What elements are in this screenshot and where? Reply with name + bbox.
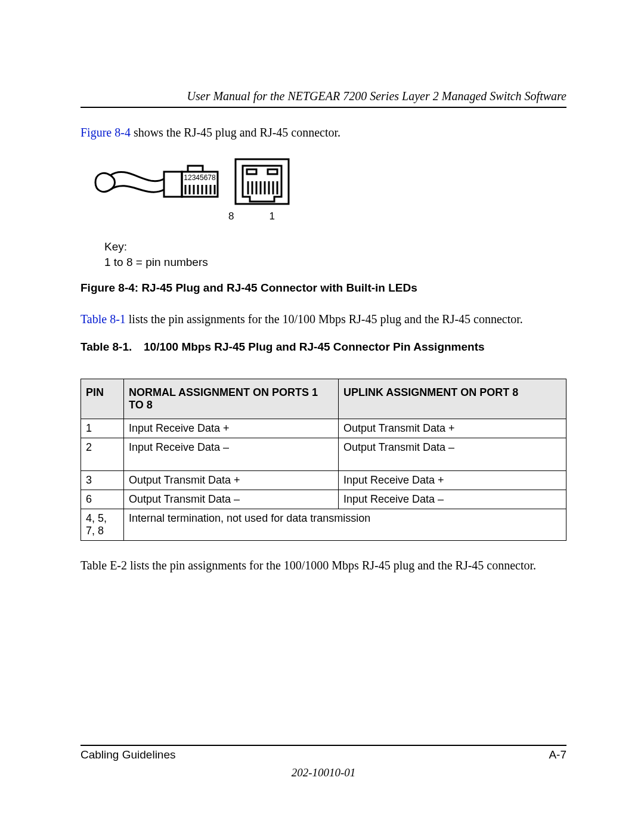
- svg-rect-10: [268, 169, 277, 174]
- figure-8-4: 12345678: [80, 157, 566, 295]
- table-row: 6 Output Transmit Data – Input Receive D…: [81, 490, 566, 509]
- after-table-paragraph: Table E-2 lists the pin assignments for …: [80, 558, 566, 574]
- pin-assignment-table: PIN NORMAL ASSIGNMENT ON PORTS 1 TO 8 UP…: [80, 379, 566, 541]
- table-row: 2 Input Receive Data – Output Transmit D…: [81, 438, 566, 471]
- cell-uplink: Input Receive Data +: [339, 471, 566, 490]
- table-header-row: PIN NORMAL ASSIGNMENT ON PORTS 1 TO 8 UP…: [81, 379, 566, 419]
- cell-pin: 3: [81, 471, 124, 490]
- figure-intro-paragraph: Figure 8-4 shows the RJ-45 plug and RJ-4…: [80, 125, 566, 141]
- footer-row: Cabling Guidelines A-7: [80, 745, 566, 761]
- figure-caption: Figure 8-4: RJ-45 Plug and RJ-45 Connect…: [80, 281, 566, 295]
- cell-uplink: Output Transmit Data +: [339, 419, 566, 438]
- figure-intro-rest: shows the RJ-45 plug and RJ-45 connector…: [131, 126, 340, 139]
- running-header: User Manual for the NETGEAR 7200 Series …: [80, 89, 566, 108]
- cell-normal: Input Receive Data +: [124, 419, 339, 438]
- table-row: 1 Input Receive Data + Output Transmit D…: [81, 419, 566, 438]
- cell-normal: Output Transmit Data –: [124, 490, 339, 509]
- cell-uplink: Input Receive Data –: [339, 490, 566, 509]
- figure-cross-reference: Figure 8-4: [80, 126, 131, 139]
- cell-normal: Output Transmit Data +: [124, 471, 339, 490]
- page: User Manual for the NETGEAR 7200 Series …: [0, 0, 644, 833]
- cell-uplink: Output Transmit Data –: [339, 438, 566, 471]
- page-footer: Cabling Guidelines A-7 202-10010-01: [80, 745, 566, 779]
- cell-span-text: Internal termination, not used for data …: [124, 509, 566, 541]
- jack-pin-1-label: 1: [270, 210, 275, 222]
- plug-pin-numbers: 12345678: [184, 174, 216, 182]
- rj45-plug-icon: 12345678: [92, 157, 221, 208]
- cell-pin: 6: [81, 490, 124, 509]
- cell-pin: 4, 5, 7, 8: [81, 509, 124, 541]
- cell-pin: 2: [81, 438, 124, 471]
- table-caption: Table 8-1. 10/100 Mbps RJ-45 Plug and RJ…: [80, 340, 566, 354]
- footer-section-name: Cabling Guidelines: [80, 748, 176, 761]
- jack-pin-8-label: 8: [228, 210, 234, 222]
- table-row-span: 4, 5, 7, 8 Internal termination, not use…: [81, 509, 566, 541]
- col-header-pin: PIN: [81, 379, 124, 419]
- col-header-uplink: UPLINK ASSIGNMENT ON PORT 8: [339, 379, 566, 419]
- table-row: 3 Output Transmit Data + Input Receive D…: [81, 471, 566, 490]
- footer-document-number: 202-10010-01: [80, 766, 566, 779]
- table-label: Table 8-1.: [80, 340, 144, 354]
- jack-pin-labels: 8 1: [228, 210, 275, 222]
- rj45-jack-icon: [234, 157, 290, 208]
- figure-key: Key: 1 to 8 = pin numbers: [104, 239, 566, 270]
- col-header-normal: NORMAL ASSIGNMENT ON PORTS 1 TO 8: [124, 379, 339, 419]
- key-text: 1 to 8 = pin numbers: [104, 255, 566, 270]
- svg-rect-9: [247, 169, 256, 174]
- key-heading: Key:: [104, 239, 566, 255]
- cell-normal: Input Receive Data –: [124, 438, 339, 471]
- table-title: 10/100 Mbps RJ-45 Plug and RJ-45 Connect…: [144, 340, 485, 354]
- table-cross-reference: Table 8-1: [80, 312, 126, 326]
- footer-page-number: A-7: [549, 748, 566, 761]
- table-intro-paragraph: Table 8-1 lists the pin assignments for …: [80, 311, 566, 327]
- cell-pin: 1: [81, 419, 124, 438]
- table-intro-rest: lists the pin assignments for the 10/100…: [126, 312, 523, 326]
- diagram-row: 12345678: [92, 157, 566, 208]
